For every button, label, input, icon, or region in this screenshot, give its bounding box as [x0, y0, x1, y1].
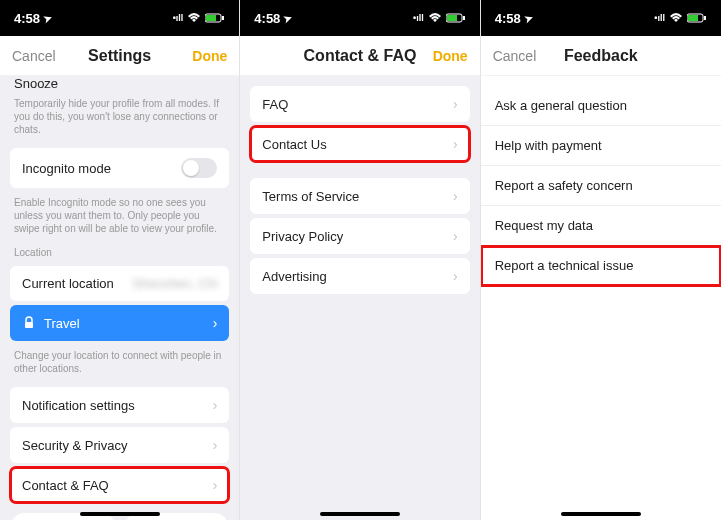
screen-contact-faq: 4:58➤ •ıll Contact & FAQ Done FAQ › Cont…: [240, 0, 480, 520]
row-label: Terms of Service: [262, 189, 359, 204]
row-label: FAQ: [262, 97, 288, 112]
travel-label: Travel: [44, 316, 80, 331]
faq-row[interactable]: FAQ ›: [250, 86, 469, 122]
screen-feedback: 4:58➤ •ıll Cancel Feedback Ask a general…: [481, 0, 721, 520]
page-title: Feedback: [564, 47, 638, 65]
row-label: Contact & FAQ: [22, 478, 109, 493]
svg-rect-12: [688, 15, 698, 21]
incognito-row[interactable]: Incognito mode: [10, 148, 229, 188]
contact-faq-row[interactable]: Contact & FAQ ›: [10, 467, 229, 503]
ask-general-question-row[interactable]: Ask a general question: [481, 86, 721, 126]
row-label: Privacy Policy: [262, 229, 343, 244]
chevron-right-icon: ›: [453, 96, 458, 112]
location-services-icon: ➤: [283, 11, 294, 24]
notification-settings-row[interactable]: Notification settings ›: [10, 387, 229, 423]
nav-bar: Cancel Feedback: [481, 36, 721, 76]
battery-icon: [446, 13, 466, 23]
svg-rect-2: [222, 16, 224, 20]
chevron-right-icon: ›: [453, 188, 458, 204]
report-technical-issue-row[interactable]: Report a technical issue: [481, 246, 721, 286]
chevron-right-icon: ›: [453, 268, 458, 284]
svg-rect-9: [447, 15, 457, 21]
travel-row[interactable]: Travel ›: [10, 305, 229, 341]
signal-icon: •ıll: [654, 13, 665, 23]
wifi-icon: [428, 13, 442, 23]
snooze-title: Snooze: [0, 76, 239, 93]
signal-icon: •ıll: [173, 13, 184, 23]
status-bar: 4:58➤ •ıll: [481, 0, 721, 36]
page-title: Contact & FAQ: [304, 47, 417, 65]
row-label: Security & Privacy: [22, 438, 127, 453]
status-time: 4:58: [495, 11, 521, 26]
done-button[interactable]: Done: [179, 48, 227, 64]
location-section-label: Location: [0, 243, 239, 262]
cancel-button[interactable]: Cancel: [12, 48, 60, 64]
advertising-row[interactable]: Advertising ›: [250, 258, 469, 294]
status-time: 4:58: [14, 11, 40, 26]
row-label: Request my data: [495, 218, 593, 233]
chevron-right-icon: ›: [213, 477, 218, 493]
current-location-label: Current location: [22, 276, 114, 291]
home-indicator[interactable]: [320, 512, 400, 516]
battery-icon: [687, 13, 707, 23]
help-with-payment-row[interactable]: Help with payment: [481, 126, 721, 166]
battery-icon: [205, 13, 225, 23]
privacy-policy-row[interactable]: Privacy Policy ›: [250, 218, 469, 254]
signal-icon: •ıll: [413, 13, 424, 23]
row-label: Ask a general question: [495, 98, 627, 113]
snooze-desc: Temporarily hide your profile from all m…: [0, 93, 239, 144]
wifi-icon: [669, 13, 683, 23]
home-indicator[interactable]: [561, 512, 641, 516]
chevron-right-icon: ›: [213, 437, 218, 453]
terms-of-service-row[interactable]: Terms of Service ›: [250, 178, 469, 214]
chevron-right-icon: ›: [213, 397, 218, 413]
row-label: Notification settings: [22, 398, 135, 413]
row-label: Advertising: [262, 269, 326, 284]
status-bar: 4:58➤ •ıll: [240, 0, 479, 36]
location-services-icon: ➤: [523, 11, 534, 24]
row-label: Report a safety concern: [495, 178, 633, 193]
screen-settings: 4:58➤ •ıll Cancel Settings Done Snooze T…: [0, 0, 240, 520]
cancel-button[interactable]: Cancel: [493, 48, 541, 64]
status-time: 4:58: [254, 11, 280, 26]
svg-rect-1: [206, 15, 216, 21]
lock-icon: [22, 316, 36, 330]
home-indicator[interactable]: [80, 512, 160, 516]
row-label: Help with payment: [495, 138, 602, 153]
row-label: Contact Us: [262, 137, 326, 152]
chevron-right-icon: ›: [453, 136, 458, 152]
chevron-right-icon: ›: [213, 315, 218, 331]
done-button[interactable]: Done: [420, 48, 468, 64]
row-label: Report a technical issue: [495, 258, 634, 273]
contact-us-row[interactable]: Contact Us ›: [250, 126, 469, 162]
status-bar: 4:58➤ •ıll: [0, 0, 239, 36]
svg-rect-10: [463, 16, 465, 20]
incognito-toggle[interactable]: [181, 158, 217, 178]
svg-rect-13: [704, 16, 706, 20]
wifi-icon: [187, 13, 201, 23]
security-privacy-row[interactable]: Security & Privacy ›: [10, 427, 229, 463]
travel-desc: Change your location to connect with peo…: [0, 345, 239, 383]
incognito-label: Incognito mode: [22, 161, 111, 176]
nav-bar: Cancel Settings Done: [0, 36, 239, 76]
current-location-value: Shenzhen, CN: [133, 276, 218, 291]
request-my-data-row[interactable]: Request my data: [481, 206, 721, 246]
nav-bar: Contact & FAQ Done: [240, 36, 479, 76]
page-title: Settings: [88, 47, 151, 65]
current-location-row[interactable]: Current location Shenzhen, CN: [10, 266, 229, 301]
report-safety-concern-row[interactable]: Report a safety concern: [481, 166, 721, 206]
svg-rect-3: [25, 322, 33, 328]
location-services-icon: ➤: [42, 11, 53, 24]
chevron-right-icon: ›: [453, 228, 458, 244]
incognito-desc: Enable Incognito mode so no one sees you…: [0, 192, 239, 243]
